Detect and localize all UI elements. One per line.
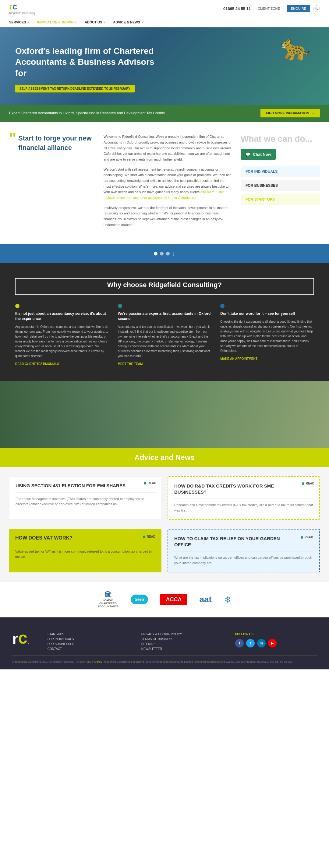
testimonials-link[interactable]: READ CLIENT TESTIMONIALS	[15, 362, 109, 366]
phone-number: 01865 24 55 11	[223, 6, 251, 11]
why-body-1: Any accountant in Oxford can complete a …	[15, 324, 109, 359]
footer-link-individuals[interactable]: FOR INDIVIDUALS	[48, 638, 129, 641]
news-title-vat: HOW DOES VAT WORK?	[15, 535, 73, 541]
why-heading-3: Don't take our word for it – see for you…	[220, 311, 314, 316]
partner-logos: 🏛 ICAEWCHARTEREDACCOUNTANTS xero ACCA aa…	[0, 582, 329, 617]
news-body-vat: Value-added tax, or VAT as it is more co…	[15, 545, 155, 560]
enquire-button[interactable]: ENQUIRE	[287, 5, 310, 12]
intro-quote: " Start to forge your new financial alli…	[9, 134, 94, 153]
service-link-businesses[interactable]: FOR BUSINESSES	[241, 180, 320, 191]
nav-about[interactable]: ABOUT US ▼	[85, 20, 105, 24]
logo-snowflake: ❄	[224, 594, 231, 605]
footer-col-social: FOLLOW US f t in ▶	[235, 632, 317, 652]
aria-link[interactable]: ARIA	[95, 660, 102, 663]
why-item-1: It's not just about an accountancy servi…	[15, 304, 109, 366]
news-card-rd: READ HOW DO R&D TAX CREDITS WORK FOR SME…	[168, 476, 320, 520]
news-title-rd: HOW DO R&D TAX CREDITS WORK FOR SME BUSI…	[174, 483, 313, 495]
why-dot-3	[220, 304, 224, 308]
twitter-button[interactable]: t	[246, 639, 255, 648]
header-actions: 01865 24 55 11 CLIENT ZONE ENQUIRE 🔍	[223, 5, 320, 12]
why-item-3: Don't take our word for it – see for you…	[220, 304, 314, 366]
news-read-garden[interactable]: READ	[301, 535, 313, 539]
intro-body-1: Welcome to Ridgefield Consulting. We're …	[104, 134, 231, 162]
logo-xero: xero	[131, 595, 148, 604]
news-read-emi[interactable]: READ	[144, 482, 156, 485]
carousel-dot-1[interactable]	[154, 252, 158, 255]
why-dot-2	[118, 304, 122, 308]
nav-advice-news[interactable]: ADVICE & NEWS ▼	[113, 20, 143, 24]
footer-link-contact[interactable]: CONTACT	[48, 647, 129, 651]
news-read-rd[interactable]: READ	[302, 482, 314, 485]
why-dot-1	[15, 304, 20, 308]
advice-title: Advice and News	[5, 453, 324, 462]
footer-link-sitemap[interactable]: SITEMAP	[141, 642, 223, 646]
search-icon[interactable]: 🔍	[313, 5, 320, 12]
why-title: Why choose Ridgefield Consulting?	[25, 281, 304, 289]
chevron-down-icon: ▼	[103, 21, 105, 24]
why-section: Why choose Ridgefield Consulting? It's n…	[0, 263, 329, 381]
news-card-emi: READ USING SECTION 431 ELECTION FOR EMI …	[9, 476, 161, 520]
hero-title: Oxford's leading firm of Chartered Accou…	[15, 45, 168, 79]
find-more-info-button[interactable]: FIND MORE INFORMATION →	[261, 109, 320, 117]
hero-animal-icon: 🐆	[280, 33, 311, 62]
youtube-button[interactable]: ▶	[268, 639, 277, 648]
appointment-link[interactable]: MAKE AN APPOINTMENT	[220, 357, 314, 361]
nav-innovation-funding[interactable]: INNOVATION FUNDING ▼	[37, 20, 77, 24]
news-body-emi: Enterprise Management Incentive (EMI) sh…	[16, 492, 155, 507]
chat-now-button[interactable]: 💬 Chat Now	[241, 149, 276, 160]
news-body-rd: Research and Development tax credits (R&…	[174, 498, 313, 513]
logo[interactable]: rc Ridgefield Consulting	[9, 2, 35, 14]
service-link-startups[interactable]: FOR START UPS	[241, 194, 320, 205]
service-link-individuals[interactable]: FOR INDIVIDUALS	[241, 166, 320, 177]
footer-link-newsletter[interactable]: NEWSLETTER	[141, 647, 223, 651]
footer-link-businesses[interactable]: FOR BUSINESSES	[48, 642, 129, 646]
footer-col-links2: PRIVACY & COOKIE POLICY TERMS OF BUSINES…	[141, 632, 223, 652]
facebook-button[interactable]: f	[235, 639, 244, 648]
news-title-garden: HOW TO CLAIM TAX RELIEF ON YOUR GARDEN O…	[174, 535, 301, 548]
news-title-emi: USING SECTION 431 ELECTION FOR EMI SHARE…	[16, 483, 155, 489]
news-top-grid: READ USING SECTION 431 ELECTION FOR EMI …	[0, 467, 329, 529]
intro-right: What we can do... 💬 Chat Now FOR INDIVID…	[241, 134, 320, 232]
intro-left: " Start to forge your new financial alli…	[9, 134, 94, 232]
news-read-vat[interactable]: READ	[143, 535, 155, 538]
linkedin-button[interactable]: in	[257, 639, 266, 648]
why-heading-1: It's not just about an accountancy servi…	[15, 311, 109, 321]
footer-link-startups[interactable]: START-UPS	[48, 632, 129, 636]
footer-follow-heading: FOLLOW US	[235, 632, 317, 636]
intro-body-2: We don't start with self-assessment tax …	[104, 167, 231, 201]
footer-col-links1: START-UPS FOR INDIVIDUALS FOR BUSINESSES…	[48, 632, 129, 652]
site-header: rc Ridgefield Consulting 01865 24 55 11 …	[0, 0, 329, 17]
client-zone-button[interactable]: CLIENT ZONE	[254, 5, 284, 12]
footer-logo: rc.	[12, 629, 29, 646]
carousel-dots: ↓	[0, 244, 329, 263]
review-link[interactable]: and more 5 star reviews online than any …	[104, 190, 224, 199]
why-grid: It's not just about an accountancy servi…	[15, 304, 314, 366]
footer-link-privacy[interactable]: PRIVACY & COOKIE POLICY	[141, 632, 223, 636]
team-photo	[0, 381, 329, 448]
chevron-down-icon: ▼	[27, 21, 29, 24]
news-card-garden: HOW TO CLAIM TAX RELIEF ON YOUR GARDEN O…	[168, 529, 320, 572]
logo-acca: ACCA	[160, 594, 187, 605]
carousel-dot-3[interactable]	[166, 252, 170, 255]
carousel-dot-2[interactable]	[160, 252, 164, 255]
scroll-down-icon: ↓	[172, 248, 175, 259]
why-body-2: Accountancy and tax can be complicated –…	[118, 324, 212, 359]
news-lower-grid: HOW DOES VAT WORK? READ Value-added tax,…	[0, 529, 329, 582]
meet-team-link[interactable]: MEET THE TEAM	[118, 362, 212, 366]
hero-badge: SELF-ASSESSMENT TAX RETURN DEADLINE EXTE…	[15, 85, 135, 92]
read-dot-icon-4	[301, 536, 303, 538]
nav-services[interactable]: SERVICES ▼	[9, 20, 29, 24]
logo-icon: rc	[9, 2, 35, 11]
main-nav: SERVICES ▼ INNOVATION FUNDING ▼ ABOUT US…	[0, 17, 329, 27]
footer-bottom: © Ridgefield Consulting 2021. All Rights…	[12, 655, 317, 663]
chevron-down-icon: ▼	[141, 21, 143, 24]
news-body-garden: What are the tax implications on garden …	[174, 551, 313, 566]
logo-aat: aat	[199, 595, 212, 604]
advice-banner: Advice and News	[0, 448, 329, 467]
quote-mark-icon: "	[9, 131, 17, 146]
logo-subtitle: Ridgefield Consulting	[9, 11, 35, 14]
green-banner-text: Expert Chartered Accountants in Oxford, …	[9, 111, 165, 115]
chevron-down-icon: ▼	[75, 21, 77, 24]
logo-icaew: 🏛 ICAEWCHARTEREDACCOUNTANTS	[98, 591, 118, 608]
footer-link-terms[interactable]: TERMS OF BUSINESS	[141, 638, 223, 641]
